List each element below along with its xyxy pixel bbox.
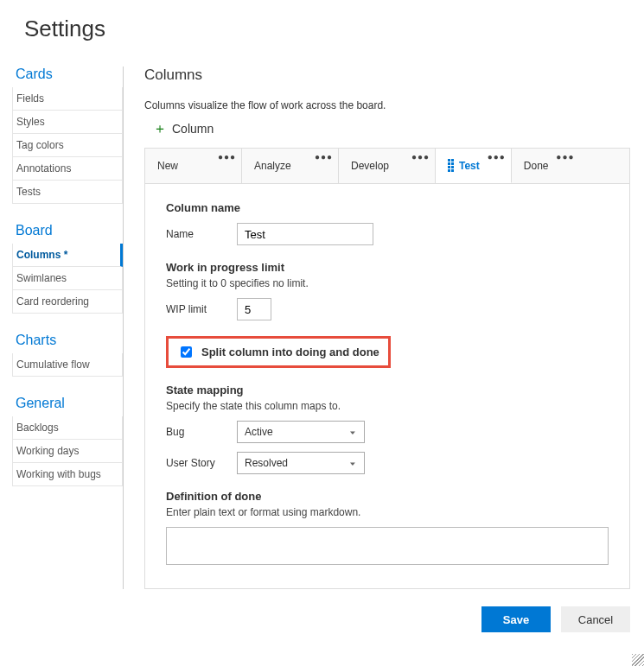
main-panel: Columns Columns visualize the flow of wo… [124, 67, 644, 589]
wip-limit-input[interactable] [237, 298, 271, 320]
column-name-input[interactable] [237, 223, 373, 245]
sidebar-item[interactable]: Fields [12, 87, 123, 111]
column-name-heading: Column name [166, 201, 609, 214]
dod-sub: Enter plain text or format using markdow… [166, 506, 609, 518]
sidebar-heading: Charts [12, 333, 123, 353]
save-button[interactable]: Save [481, 606, 551, 632]
sidebar-item[interactable]: Tag colors [12, 134, 123, 157]
chevron-down-icon: ▼ [348, 429, 357, 435]
more-icon[interactable]: ●●● [411, 152, 430, 162]
sidebar-item[interactable]: Annotations [12, 157, 123, 181]
sidebar-item[interactable]: Styles [12, 111, 123, 134]
wip-label: WIP limit [166, 303, 223, 315]
page-title: Settings [0, 0, 644, 42]
column-tab[interactable]: Test●●● [436, 149, 512, 183]
column-tab[interactable]: Develop●●● [339, 149, 436, 183]
plus-icon: ＋ [153, 122, 167, 136]
select-value: Active [245, 426, 273, 438]
sidebar-item[interactable]: Working with bugs [12, 463, 123, 486]
state-mapping-select[interactable]: Resolved▼ [237, 452, 365, 474]
add-column-button[interactable]: ＋ Column [144, 118, 630, 148]
section-intro: Columns visualize the flow of work acros… [144, 99, 630, 111]
name-label: Name [166, 228, 223, 240]
sidebar-item[interactable]: Tests [12, 181, 123, 204]
sidebar-item[interactable]: Working days [12, 440, 123, 463]
state-mapping-label: Bug [166, 426, 223, 438]
chevron-down-icon: ▼ [348, 460, 357, 466]
sidebar-item[interactable]: Backlogs [12, 416, 123, 440]
more-icon[interactable]: ●●● [556, 152, 574, 162]
column-tab[interactable]: New●●● [145, 149, 242, 183]
cancel-button[interactable]: Cancel [561, 606, 630, 632]
column-config-panel: Column name Name Work in progress limit … [144, 183, 630, 589]
select-value: Resolved [245, 457, 288, 469]
tab-label: Done [524, 160, 549, 172]
sidebar-item[interactable]: Cumulative flow [12, 353, 123, 377]
add-column-label: Column [172, 122, 214, 136]
dod-textarea[interactable] [166, 527, 609, 565]
more-icon[interactable]: ●●● [315, 152, 333, 162]
sidebar-item[interactable]: Card reordering [12, 290, 123, 314]
drag-handle-icon[interactable] [448, 159, 454, 172]
sidebar: CardsFieldsStylesTag colorsAnnotationsTe… [12, 67, 124, 589]
tab-label: Develop [351, 160, 389, 172]
split-column-checkbox[interactable] [181, 346, 192, 358]
dod-heading: Definition of done [166, 490, 609, 503]
tab-label: New [157, 160, 178, 172]
more-icon[interactable]: ●●● [218, 152, 236, 162]
state-mapping-sub: Specify the state this column maps to. [166, 400, 609, 412]
column-tab[interactable]: Analyze●●● [242, 149, 339, 183]
state-mapping-label: User Story [166, 457, 223, 469]
state-mapping-select[interactable]: Active▼ [237, 421, 365, 443]
sidebar-item[interactable]: Columns * [12, 244, 123, 267]
column-tab-row: New●●●Analyze●●●Develop●●●Test●●●Done●●● [144, 148, 630, 183]
sidebar-heading: General [12, 396, 123, 416]
wip-heading: Work in progress limit [166, 261, 609, 274]
footer: Save Cancel [0, 589, 644, 653]
sidebar-heading: Board [12, 223, 123, 244]
sidebar-heading: Cards [12, 67, 123, 87]
tab-label: Test [459, 160, 480, 172]
sidebar-item[interactable]: Swimlanes [12, 267, 123, 290]
section-title: Columns [144, 67, 630, 84]
split-column-label: Split column into doing and done [201, 346, 379, 358]
state-mapping-heading: State mapping [166, 384, 609, 396]
tab-label: Analyze [254, 160, 291, 172]
split-column-row[interactable]: Split column into doing and done [166, 336, 391, 368]
column-tab[interactable]: Done●●● [512, 149, 580, 183]
more-icon[interactable]: ●●● [488, 152, 506, 162]
wip-sub: Setting it to 0 specifies no limit. [166, 277, 609, 289]
